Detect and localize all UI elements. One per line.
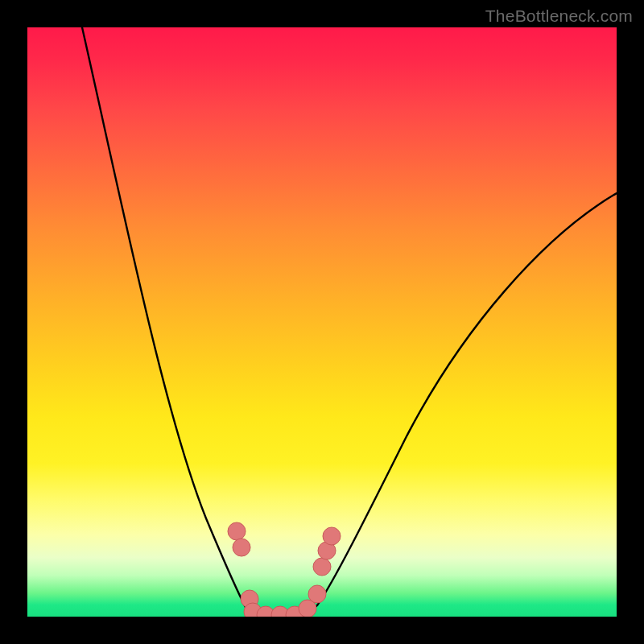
marker-layer [27,27,617,617]
marker-dot [308,585,326,603]
chart-frame: TheBottleneck.com [0,0,644,644]
watermark-text: TheBottleneck.com [485,6,633,26]
plot-area [27,27,617,617]
marker-dot [233,539,250,556]
marker-dot [228,522,246,540]
marker-dot [323,527,341,545]
marker-dot [313,558,331,576]
